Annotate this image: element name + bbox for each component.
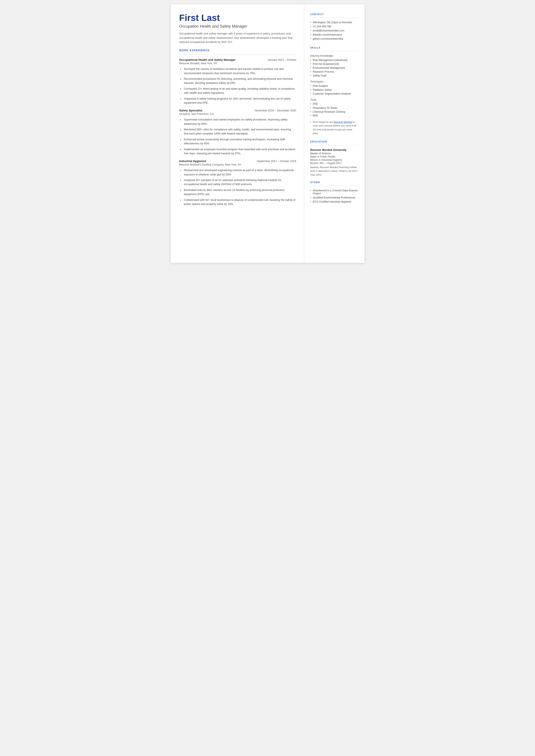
edu-minor: Minors in Industrial Hygiene xyxy=(310,158,358,161)
edu-major: Major in Public Health xyxy=(310,155,358,158)
contact-list: Wilmington, DE (Open to Remote) +1-234-4… xyxy=(310,21,358,40)
job-bullets-2: Supervised consultation and trained empl… xyxy=(179,118,296,155)
candidate-name: First Last xyxy=(179,13,296,23)
contact-item-4: github.com/resumeworded xyxy=(310,37,358,40)
bullet-3-2: Analyzed 20+ samples of air for asbestos… xyxy=(180,178,296,187)
skill-0-4: Safety Audit xyxy=(310,74,358,77)
skills-divider xyxy=(310,51,358,51)
contact-item-3: linkedin.com/in/username xyxy=(310,33,358,36)
sidebar-column: CONTACT Wilmington, DE (Open to Remote) … xyxy=(304,4,365,263)
job-dates-1: January 2021 – Present xyxy=(268,58,296,61)
skills-category-1: Techniques: xyxy=(310,80,358,83)
resume-container: First Last Occupation Health and Safety … xyxy=(171,4,365,263)
skills-category-2: Tools: xyxy=(310,98,358,101)
job-company-3: Resume Worded's Exciting Company, New Yo… xyxy=(179,163,296,166)
contact-item-0: Wilmington, DE (Open to Remote) xyxy=(310,21,358,24)
job-dates-2: November 2019 – December 2020 xyxy=(255,109,296,112)
bullet-3-1: Researched and developed engineering con… xyxy=(180,168,296,177)
edu-awards: Awards: Resume Worded Teaching Fellow (o… xyxy=(310,165,358,177)
job-header-3: Industrial Hygienist September 2017 – Oc… xyxy=(179,159,296,163)
skills-note: Don't forget to use Resume Worded to sca… xyxy=(310,120,358,135)
bullet-2-2: Monitored 500+ sites for compliance with… xyxy=(180,127,296,136)
bullet-2-1: Supervised consultation and trained empl… xyxy=(180,118,296,126)
edu-school: Resume Worded University xyxy=(310,148,358,152)
edu-location-date: Boston, MA — August 2017 xyxy=(310,162,358,165)
skills-list-0: Risk Management (Advanced) First Aid (Ex… xyxy=(310,59,358,77)
other-list: Volunteered in a 3-month Data Science Pr… xyxy=(310,189,358,203)
summary-text: Occupational health and safety manager w… xyxy=(179,32,296,44)
skill-0-2: Environmental Management xyxy=(310,66,358,70)
bullet-1-2: Recommended procedures for detecting, pr… xyxy=(180,77,296,85)
job-dates-3: September 2017 – October 2018 xyxy=(257,160,296,163)
education-divider xyxy=(310,145,358,145)
skill-2-1: Respiratory Fit Tester xyxy=(310,106,358,109)
other-item-1: Qualified Environmental Professional xyxy=(310,196,358,199)
skills-section-title: SKILLS xyxy=(310,46,358,49)
other-divider xyxy=(310,186,358,186)
contact-section-title: CONTACT xyxy=(310,13,358,15)
bullet-2-3: Enhanced worker productivity through inn… xyxy=(180,137,296,146)
main-column: First Last Occupation Health and Safety … xyxy=(171,4,304,263)
job-company-1: Resume Worded, New York, NY xyxy=(179,62,296,65)
job-header-1: Occupational Health and Safety Manager J… xyxy=(179,58,296,61)
bullet-1-3: Conducted 21+ direct testing of air and … xyxy=(180,87,296,95)
bullet-1-4: Organized 5 safety training programs for… xyxy=(180,97,296,105)
skills-note-pre: Don't forget to use xyxy=(313,121,334,123)
other-item-0: Volunteered in a 3-month Data Science Pr… xyxy=(310,189,358,195)
skill-1-1: Radiation Safety xyxy=(310,88,358,91)
skill-0-1: First Aid (Experienced) xyxy=(310,63,358,66)
job-role-2: Safety Specialist xyxy=(179,109,202,112)
skills-category-0: Industry Knowledge: xyxy=(310,54,358,57)
edu-degree: Master of Science xyxy=(310,152,358,155)
job-role-3: Industrial Hygienist xyxy=(179,159,206,163)
skills-list-1: Risk Analysis Radiation Safety Customer … xyxy=(310,84,358,95)
skill-2-0: PPE xyxy=(310,102,358,106)
skill-2-2: Chemical Resistant Clothing xyxy=(310,110,358,113)
contact-item-2: email@resumeworded.com xyxy=(310,29,358,32)
bullet-1-1: Surveyed the causes of workplace acciden… xyxy=(180,67,296,75)
education-section-title: EDUCATION xyxy=(310,140,358,143)
job-role-1: Occupational Health and Safety Manager xyxy=(179,58,236,61)
bullet-3-4: Collaborated with 92+ local businesses t… xyxy=(180,198,296,207)
job-bullets-1: Surveyed the causes of workplace acciden… xyxy=(179,67,296,105)
skill-0-0: Risk Management (Advanced) xyxy=(310,59,358,62)
job-title: Occupation Health and Safety Manager xyxy=(179,24,296,29)
skill-2-3: RPE xyxy=(310,114,358,117)
other-item-2: BCG Certified Industrial Hygienist xyxy=(310,200,358,203)
skills-list-2: PPE Respiratory Fit Tester Chemical Resi… xyxy=(310,102,358,117)
work-experience-label: WORK EXPERIENCE xyxy=(179,49,296,52)
job-bullets-3: Researched and developed engineering con… xyxy=(179,168,296,206)
bullet-2-4: Implemented an employee incentive progra… xyxy=(180,147,296,156)
other-section-title: OTHER xyxy=(310,181,358,183)
skill-1-0: Risk Analysis xyxy=(310,84,358,88)
bullet-3-3: Eliminated risks to 300+ workers across … xyxy=(180,188,296,197)
skill-0-3: Research Process xyxy=(310,70,358,73)
job-company-2: Growthsi, San Francisco, CA xyxy=(179,113,296,116)
contact-item-1: +1-234-456-789 xyxy=(310,25,358,28)
skill-1-2: Customer Segmentation Analysis xyxy=(310,92,358,95)
resume-worded-link[interactable]: Resume Worded xyxy=(333,121,352,123)
job-header-2: Safety Specialist November 2019 – Decemb… xyxy=(179,109,296,112)
